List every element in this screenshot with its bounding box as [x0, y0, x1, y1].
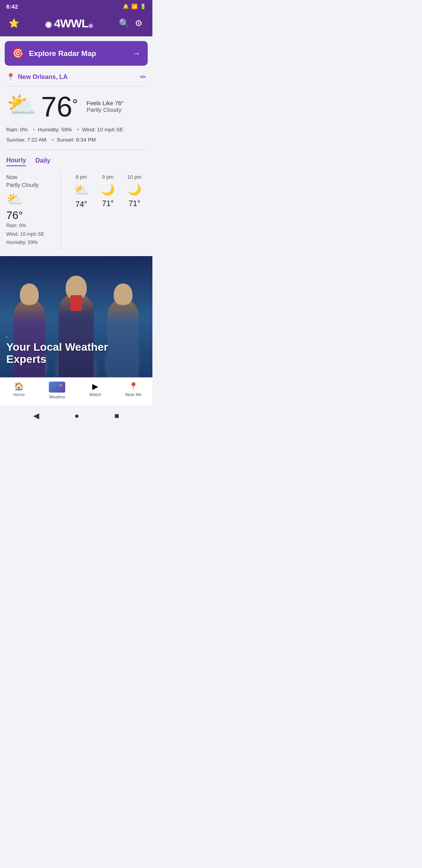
radar-arrow-icon: → [132, 48, 141, 59]
weather-sunrise: Sunrise: 7:22 AM [6, 137, 46, 143]
weather-humidity: Humidity: 59% [38, 127, 72, 133]
weather-temp-block: 76 ° [41, 93, 78, 121]
weather-wind: Wind: 10 mph SE [82, 127, 123, 133]
search-button[interactable]: 🔍 [116, 16, 131, 31]
weather-condition: Partly Cloudy [87, 106, 124, 113]
android-back-button[interactable]: ◀ [33, 411, 39, 420]
hourly-item-11pm: 11 pm 🌙 70° [148, 172, 152, 249]
tab-daily[interactable]: Daily [36, 157, 50, 166]
nav-item-home[interactable]: 🏠 Home [0, 382, 38, 399]
radar-banner-left: 🎯 Explore Radar Map [12, 47, 96, 59]
location-row: 📍 New Orleans, LA ✏ [0, 69, 152, 83]
logo-text: ◉ 4WWL◉ [45, 17, 93, 30]
weather-details: Rain: 0% • Humidity: 59% • Wind: 10 mph … [0, 122, 152, 146]
weather-sunset: Sunset: 8:34 PM [57, 137, 96, 143]
nav-label-home: Home [13, 392, 25, 397]
status-icons: 🔔 📶 🔋 [123, 4, 146, 9]
hourly-item-8pm: 8 pm ⛅ 74° [68, 172, 95, 249]
status-bar: 6:42 🔔 📶 🔋 [0, 0, 152, 12]
nav-item-near-me[interactable]: 📍 Near Me [114, 382, 153, 399]
hourly-icon-8pm: ⛅ [74, 183, 89, 197]
weather-thumbnail [49, 382, 65, 393]
forecast-tabs: Hourly Daily [0, 153, 152, 168]
app-logo: ◉ 4WWL◉ [21, 17, 116, 30]
hourly-temp-9pm: 71° [102, 199, 114, 208]
hourly-now-temp: 76° [6, 209, 56, 222]
settings-button[interactable]: ⚙ [131, 16, 146, 31]
hourly-temp-8pm: 74° [75, 200, 87, 209]
bottom-nav: 🏠 Home Weather ▶ Watch 📍 Near Me [0, 377, 152, 405]
hourly-now-icon: ⛅ [6, 191, 56, 207]
nav-label-watch: Watch [89, 392, 101, 397]
divider-top [6, 86, 146, 86]
weather-unit: ° [72, 97, 78, 113]
promo-logo: ⌐ [6, 335, 146, 339]
hourly-scroll[interactable]: Now Partly Cloudy ⛅ 76° Rain: 0% Wind: 1… [0, 168, 152, 253]
weather-description: Feels Like 76° Partly Cloudy [87, 93, 124, 113]
weather-rain: Rain: 0% [6, 127, 28, 133]
near-me-nav-icon: 📍 [129, 382, 138, 391]
hourly-time-10pm: 10 pm [127, 174, 141, 180]
nav-item-weather[interactable]: Weather [38, 382, 77, 399]
nav-label-near-me: Near Me [125, 392, 141, 397]
hourly-time-8pm: 8 pm [76, 174, 87, 180]
radar-banner[interactable]: 🎯 Explore Radar Map → [5, 41, 148, 66]
hourly-now: Now Partly Cloudy ⛅ 76° Rain: 0% Wind: 1… [6, 172, 61, 249]
status-time: 6:42 [6, 3, 18, 10]
hourly-now-humidity: Humidity: 59% [6, 239, 56, 247]
android-nav-bar: ◀ ● ■ [0, 405, 152, 426]
location-pin-icon: 📍 [6, 73, 15, 81]
radar-label: Explore Radar Map [29, 49, 96, 58]
nav-label-weather: Weather [49, 395, 65, 399]
hourly-now-rain: Rain: 0% [6, 222, 56, 230]
weather-main: ⛅ 76 ° Feels Like 76° Partly Cloudy [0, 90, 152, 122]
android-recents-button[interactable]: ■ [114, 411, 119, 420]
notification-icon: 🔔 [123, 4, 129, 9]
home-nav-icon: 🏠 [14, 382, 24, 391]
hourly-now-wind: Wind: 10 mph SE [6, 230, 56, 239]
weather-feels-like: Feels Like 76° [87, 100, 124, 106]
tab-hourly[interactable]: Hourly [6, 157, 26, 166]
hourly-icon-10pm: 🌙 [128, 183, 141, 196]
promo-section[interactable]: ⌐ Your Local Weather Experts [0, 256, 152, 377]
battery-icon: 🔋 [140, 4, 146, 9]
weather-temperature: 76 [41, 93, 72, 121]
hourly-item-10pm: 10 pm 🌙 71° [121, 172, 148, 249]
signal-icon: 📶 [131, 4, 138, 9]
favorite-button[interactable]: ⭐ [6, 16, 21, 31]
location-city[interactable]: New Orleans, LA [18, 74, 68, 81]
hourly-now-time: Now [6, 174, 56, 180]
location-left: 📍 New Orleans, LA [6, 73, 68, 81]
hourly-now-detail: Rain: 0% Wind: 10 mph SE Humidity: 59% [6, 222, 56, 247]
android-home-button[interactable]: ● [74, 411, 79, 420]
divider-middle [6, 149, 146, 150]
hourly-item-9pm: 9 pm 🌙 71° [95, 172, 121, 249]
promo-title: Your Local Weather Experts [6, 341, 146, 366]
location-edit-icon[interactable]: ✏ [140, 73, 146, 81]
hourly-icon-9pm: 🌙 [101, 183, 115, 196]
nav-item-watch[interactable]: ▶ Watch [76, 382, 114, 399]
hourly-time-9pm: 9 pm [102, 174, 114, 180]
watch-nav-icon: ▶ [92, 382, 98, 391]
hourly-temp-10pm: 71° [129, 199, 140, 208]
promo-overlay: ⌐ Your Local Weather Experts [6, 335, 146, 366]
hourly-now-condition: Partly Cloudy [6, 182, 56, 188]
app-header: ⭐ ◉ 4WWL◉ 🔍 ⚙ [0, 12, 152, 36]
radar-icon: 🎯 [12, 47, 24, 59]
weather-icon: ⛅ [6, 93, 36, 117]
